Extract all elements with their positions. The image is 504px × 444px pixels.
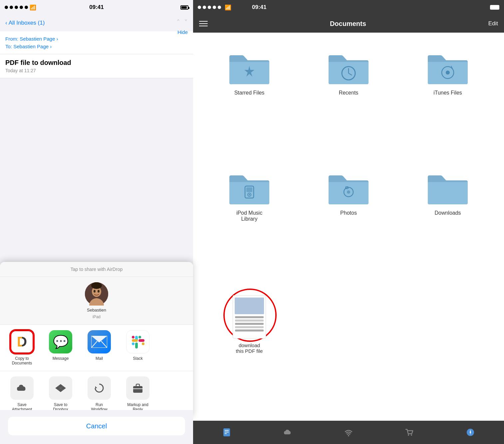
action-markup-reply[interactable]: Markup andReply: [121, 376, 154, 412]
documents-tab-icon: [222, 428, 231, 437]
recents-folder-icon: [327, 49, 370, 86]
pdf-line5: [235, 330, 264, 332]
back-label[interactable]: All Inboxes (1): [9, 20, 45, 26]
svg-rect-15: [135, 342, 138, 348]
avatar: [85, 282, 108, 306]
save-attachment-icon: [10, 376, 34, 400]
folder-recents[interactable]: Recents: [299, 43, 398, 163]
wifi-right-icon: 📶: [225, 4, 231, 11]
dot2: [10, 6, 13, 9]
cancel-button[interactable]: Cancel: [8, 417, 185, 435]
folders-grid: Starred Files Recents ♩ iTunes: [193, 33, 504, 421]
page-title: Documents: [330, 20, 366, 28]
dot4: [20, 6, 23, 9]
to-chevron: ›: [50, 44, 52, 49]
copy-docs-icon: D: [10, 330, 34, 353]
mail-label: Mail: [96, 356, 103, 361]
pdf-line2: [235, 320, 264, 322]
airdrop-hint-text: Tap to share with AirDrop: [71, 267, 123, 272]
tab-documents[interactable]: [215, 425, 238, 440]
battery-fill: [181, 6, 187, 9]
hide-button[interactable]: Hide: [177, 29, 188, 35]
svg-rect-12: [138, 336, 141, 338]
refresh-icon: [93, 381, 106, 395]
dot1: [5, 6, 8, 9]
svg-rect-24: [133, 386, 142, 393]
dot5: [25, 6, 28, 9]
cloud-tab-icon: [283, 428, 292, 437]
downloaded-file[interactable]: downloadthis PDF file: [200, 289, 299, 421]
folder-starred[interactable]: Starred Files: [200, 43, 299, 163]
tab-wifi[interactable]: [337, 425, 360, 440]
airdrop-person[interactable]: Sebastien iPad: [85, 282, 108, 319]
to-label: To:: [5, 44, 13, 49]
tab-cloud[interactable]: [276, 425, 299, 440]
pdf-line3: [235, 323, 264, 325]
svg-rect-16: [132, 342, 134, 345]
tab-compass[interactable]: [459, 425, 482, 440]
ipod-folder-icon: [228, 169, 271, 206]
menu-line1: [199, 21, 208, 22]
cloud-icon: [15, 381, 29, 395]
action-save-attachment[interactable]: SaveAttachment: [5, 376, 39, 412]
svg-point-3: [94, 290, 96, 293]
mail-icon: [88, 330, 111, 353]
app-mail[interactable]: Mail: [83, 330, 116, 365]
left-panel: 📶 09:41 ‹ All Inboxes (1) ˄ ˅ From: Seba…: [0, 0, 193, 444]
pdf-line1: [235, 316, 264, 318]
folder-itunes[interactable]: ♩ iTunes Files: [398, 43, 497, 163]
svg-point-4: [98, 290, 100, 293]
folder-photos[interactable]: Photos: [299, 163, 398, 289]
svg-marker-7: [91, 336, 107, 342]
from-name[interactable]: Sebastien Page: [20, 36, 55, 42]
slack-logo-svg: [130, 334, 145, 349]
edit-button[interactable]: Edit: [488, 20, 498, 27]
rdot1: [198, 6, 201, 9]
file-label: downloadthis PDF file: [236, 342, 263, 354]
folder-downloads[interactable]: Downloads: [398, 163, 497, 289]
folder-ipod[interactable]: iPod MusicLibrary: [200, 163, 299, 289]
pdf-thumbnail: [233, 295, 266, 338]
app-message[interactable]: 💬 Message: [44, 330, 77, 365]
from-chevron: ›: [56, 36, 58, 42]
wifi-icon: 📶: [30, 4, 36, 11]
cancel-label: Cancel: [86, 422, 107, 430]
back-button[interactable]: ‹ All Inboxes (1): [5, 20, 45, 26]
svg-line-9: [91, 341, 97, 348]
svg-line-10: [101, 341, 107, 348]
to-name[interactable]: Sebastien Page: [13, 44, 49, 49]
hamburger-menu[interactable]: [199, 21, 208, 26]
itunes-label: iTunes Files: [433, 90, 462, 96]
subject-date: Today at 11:27: [5, 68, 188, 73]
briefcase-icon: [131, 381, 144, 395]
email-to-row: To: Sebastien Page ›: [5, 44, 188, 49]
up-arrow[interactable]: ˄: [176, 19, 180, 27]
status-time: 09:41: [89, 4, 104, 11]
file-with-circle: [233, 295, 266, 338]
subject-title: PDF file to download: [5, 59, 188, 67]
signal-dots: 📶: [5, 4, 36, 11]
email-from-row: From: Sebastien Page › Hide: [5, 36, 188, 42]
docs-d-letter: D: [17, 334, 27, 350]
right-panel: 📶 09:41 Documents Edit Starred Files: [193, 0, 504, 444]
starred-label: Starred Files: [234, 90, 265, 96]
app-slack[interactable]: Slack: [121, 330, 154, 365]
slack-icon: [126, 330, 149, 353]
svg-point-5: [91, 282, 102, 289]
svg-point-45: [348, 435, 349, 436]
svg-marker-23: [95, 386, 97, 388]
message-label: Message: [53, 356, 69, 361]
menu-line3: [199, 26, 208, 26]
share-sheet: Tap to share with AirDrop S: [0, 262, 193, 417]
down-arrow[interactable]: ˅: [184, 19, 188, 27]
app-copy-docs[interactable]: D Copy toDocuments: [5, 330, 39, 365]
dot3: [15, 6, 18, 9]
dropbox-logo-svg: [54, 381, 67, 395]
svg-point-37: [249, 194, 250, 195]
tab-store[interactable]: [398, 425, 421, 440]
svg-rect-35: [246, 187, 252, 192]
rdot2: [203, 6, 206, 9]
action-run-workflow[interactable]: RunWorkflow: [83, 376, 116, 412]
action-save-dropbox[interactable]: Save toDropbox: [44, 376, 77, 412]
svg-point-39: [347, 190, 350, 194]
